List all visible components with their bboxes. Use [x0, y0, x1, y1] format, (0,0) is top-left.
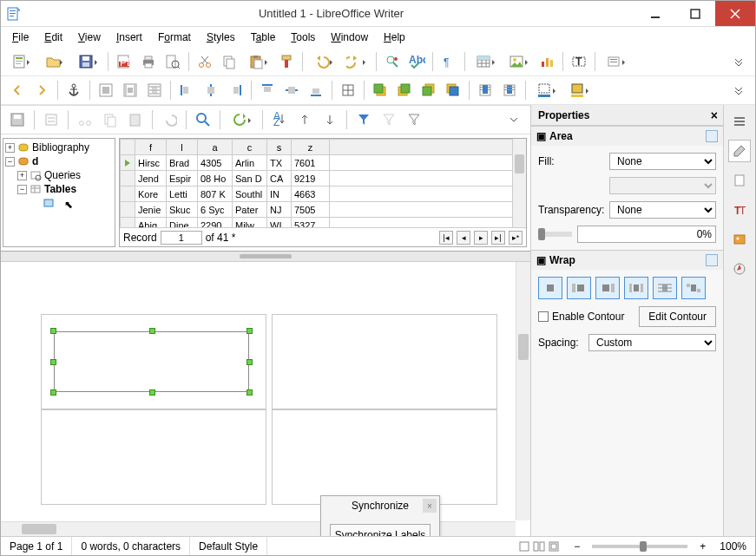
- db-edit-button[interactable]: [40, 108, 62, 131]
- wrap-opt-optimal[interactable]: [681, 277, 706, 299]
- db-sort-desc-button[interactable]: [319, 108, 341, 131]
- formatting-marks-button[interactable]: ¶: [437, 50, 460, 73]
- align-center-v-button[interactable]: [280, 79, 303, 101]
- sync-close-icon[interactable]: ×: [423, 499, 437, 513]
- menu-file[interactable]: File: [5, 29, 36, 45]
- panel-wrap-more[interactable]: [706, 254, 718, 266]
- wrap-opt-before[interactable]: [567, 277, 591, 299]
- db-sort-asc-button[interactable]: [293, 108, 316, 131]
- paste-button[interactable]: [242, 50, 273, 73]
- open-button[interactable]: [39, 50, 70, 73]
- insert-chart-button[interactable]: [536, 50, 558, 73]
- db-refresh-button[interactable]: [226, 108, 257, 131]
- redo-button[interactable]: [340, 50, 371, 73]
- db-sort-button[interactable]: AZ: [268, 108, 291, 131]
- sidetab-properties-icon[interactable]: [728, 140, 751, 162]
- col-c[interactable]: c: [233, 140, 267, 155]
- datasource-grid[interactable]: f l a c s z HirscBrad4305ArlinTX7601 Jen…: [119, 138, 527, 247]
- menu-insert[interactable]: Insert: [109, 29, 149, 45]
- toolbar-overflow-button[interactable]: [727, 50, 750, 73]
- forward-button[interactable]: [393, 79, 416, 101]
- col-z[interactable]: z: [292, 140, 330, 155]
- menu-view[interactable]: View: [71, 29, 108, 45]
- insert-table-button[interactable]: [470, 50, 501, 73]
- transparency-select[interactable]: None: [609, 201, 716, 219]
- menu-tools[interactable]: Tools: [284, 29, 322, 45]
- sidebar-close-icon[interactable]: ×: [711, 108, 718, 122]
- nav-next[interactable]: ▸: [474, 231, 488, 245]
- wrap-opt-none[interactable]: [538, 277, 562, 299]
- background-button[interactable]: [498, 79, 521, 101]
- nav-new[interactable]: ▸*: [509, 231, 523, 245]
- wrap-page-button[interactable]: [119, 79, 141, 101]
- label-cell[interactable]: [272, 409, 497, 505]
- align-center-h-button[interactable]: [200, 79, 222, 101]
- document-area[interactable]: [1, 262, 530, 536]
- col-f[interactable]: f: [135, 140, 167, 155]
- data-table[interactable]: f l a c s z HirscBrad4305ArlinTX7601 Jen…: [120, 139, 526, 227]
- db-toolbar-overflow[interactable]: [503, 108, 525, 131]
- menu-window[interactable]: Window: [324, 29, 375, 45]
- db-autofilter-button[interactable]: [352, 108, 375, 131]
- status-view-icons[interactable]: [509, 537, 569, 555]
- export-pdf-button[interactable]: PDF: [113, 50, 135, 73]
- wrap-opt-through[interactable]: [653, 277, 677, 299]
- send-back-button[interactable]: [442, 79, 464, 101]
- sidetab-navigator-icon[interactable]: [728, 258, 751, 280]
- record-input[interactable]: [161, 231, 202, 245]
- db-copy-button[interactable]: [99, 108, 122, 131]
- copy-button[interactable]: [218, 50, 240, 73]
- wrap-none-button[interactable]: [95, 79, 117, 101]
- col-a[interactable]: a: [198, 140, 233, 155]
- nav-last[interactable]: ▸|: [491, 231, 505, 245]
- save-button[interactable]: [72, 50, 103, 73]
- tree-node-tables[interactable]: −Tables: [5, 182, 113, 196]
- menu-help[interactable]: Help: [377, 29, 412, 45]
- find-replace-button[interactable]: [381, 50, 404, 73]
- insert-image-button[interactable]: [503, 50, 534, 73]
- close-button[interactable]: [715, 1, 755, 26]
- sidetab-page-icon[interactable]: [728, 169, 751, 192]
- synchronize-labels-button[interactable]: Synchronize Labels: [330, 524, 431, 536]
- status-style[interactable]: Default Style: [190, 537, 267, 555]
- wrap-opt-parallel[interactable]: [624, 277, 648, 299]
- align-right-button[interactable]: [224, 79, 247, 101]
- table-row[interactable]: AbigDine2290MilwWI5327: [121, 218, 526, 228]
- menu-styles[interactable]: Styles: [200, 29, 242, 45]
- status-page[interactable]: Page 1 of 1: [1, 537, 72, 555]
- db-filter-standard-button[interactable]: [403, 108, 425, 131]
- db-save-button[interactable]: [6, 108, 29, 131]
- sidetab-menu-icon[interactable]: [728, 110, 751, 133]
- print-button[interactable]: [137, 50, 160, 73]
- table-row[interactable]: HirscBrad4305ArlinTX7601: [121, 155, 526, 171]
- enable-contour-checkbox[interactable]: Enable Contour: [538, 311, 624, 323]
- synchronize-dialog[interactable]: Synchronize× Synchronize Labels: [320, 495, 440, 536]
- nav-next-button[interactable]: [30, 79, 53, 101]
- menu-table[interactable]: Table: [244, 29, 283, 45]
- bring-front-button[interactable]: [369, 79, 391, 101]
- splitter[interactable]: [1, 252, 530, 262]
- sidetab-styles-icon[interactable]: TT: [728, 199, 751, 221]
- fill-color-select[interactable]: [609, 177, 716, 194]
- border-color-button[interactable]: [530, 79, 562, 101]
- label-cell[interactable]: [41, 409, 266, 505]
- align-bottom-button[interactable]: [305, 79, 327, 101]
- fill-select[interactable]: None: [609, 153, 716, 170]
- transparency-pct[interactable]: [577, 226, 716, 243]
- maximize-button[interactable]: [675, 1, 715, 26]
- tree-node-d[interactable]: −d: [5, 154, 113, 168]
- spacing-select[interactable]: Custom: [588, 334, 716, 351]
- col-s[interactable]: s: [267, 140, 292, 155]
- new-button[interactable]: [6, 50, 37, 73]
- fill-color-button[interactable]: [563, 79, 595, 101]
- wrap-opt-after[interactable]: [595, 277, 620, 299]
- nav-first[interactable]: |◂: [439, 231, 453, 245]
- borders-button[interactable]: [337, 79, 359, 101]
- transparency-slider[interactable]: [538, 232, 572, 237]
- table-row[interactable]: JenieSkuc6 SycPaterNJ7505: [121, 202, 526, 218]
- sidetab-gallery-icon[interactable]: [728, 228, 751, 251]
- status-zoom[interactable]: 100%: [711, 537, 755, 555]
- foreground-button[interactable]: [474, 79, 496, 101]
- tree-node-queries[interactable]: +Queries: [5, 168, 113, 182]
- insert-textbox-button[interactable]: T: [568, 50, 590, 73]
